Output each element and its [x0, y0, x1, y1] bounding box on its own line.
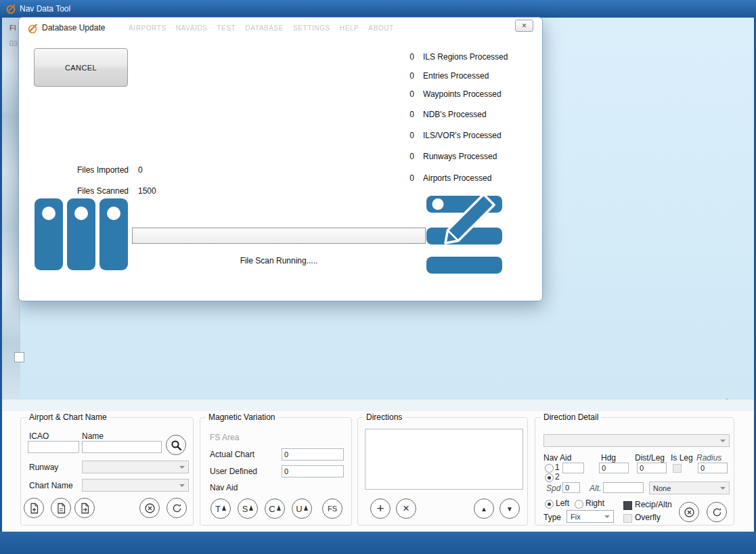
right-radio[interactable]	[575, 500, 583, 509]
radius-col-label: Radius	[696, 453, 721, 463]
group-title: Direction Detail	[541, 412, 601, 422]
stat-row: 0 ILS Regions Processed	[390, 52, 508, 62]
user-defined-input[interactable]	[282, 465, 344, 477]
fs-area-label: FS Area	[210, 433, 239, 442]
direction-selector[interactable]	[543, 434, 730, 447]
circle-x-icon	[684, 507, 695, 518]
horizontal-scrollbar[interactable]	[2, 400, 754, 411]
stat-label: Airports Processed	[423, 173, 491, 183]
navaid2-radio[interactable]	[545, 473, 554, 482]
move-up-button[interactable]: ▲	[474, 498, 494, 519]
mag-user-label: U	[296, 504, 302, 514]
app-window: Nav Data Tool × › FI 03 AIRPORTS NAVAIDS…	[0, 0, 756, 554]
stat-value: 0	[390, 152, 414, 161]
actual-chart-input[interactable]	[282, 448, 344, 461]
actual-chart-label: Actual Chart	[210, 450, 254, 459]
dist-leg-input[interactable]	[637, 463, 667, 473]
files-scanned-value: 1500	[138, 186, 156, 196]
remove-direction-button[interactable]: ×	[396, 498, 416, 519]
overfly-checkbox[interactable]	[623, 514, 632, 523]
chart-name-select[interactable]	[82, 479, 189, 492]
mag-chart-button[interactable]: C	[265, 498, 285, 519]
stat-label: Runways Processed	[423, 152, 497, 161]
delete-chart-button[interactable]	[139, 498, 160, 518]
file-stack-icon	[67, 198, 95, 270]
dialog-close-button[interactable]: ×	[515, 20, 533, 32]
radius-input[interactable]	[698, 463, 728, 473]
menu-row2-partial: 03	[9, 39, 18, 47]
stat-label: ILS Regions Processed	[423, 52, 508, 62]
recip-altn-checkbox[interactable]	[623, 501, 632, 510]
dialog-icon	[27, 23, 38, 34]
spd-input[interactable]	[562, 482, 580, 493]
mag-fs-button[interactable]: FS	[322, 498, 342, 519]
stat-label: NDB's Processed	[423, 110, 487, 119]
type-select-value: Fix	[571, 513, 581, 521]
save-chart-button[interactable]	[166, 498, 187, 518]
circle-refresh-icon	[171, 503, 183, 514]
north-arrow-icon	[222, 505, 226, 511]
cancel-button[interactable]: CANCEL	[34, 48, 128, 87]
document-export-icon	[80, 503, 90, 514]
mag-chart-label: C	[269, 504, 275, 514]
chevron-down-icon	[720, 440, 726, 442]
chevron-down-icon	[179, 484, 185, 487]
directions-list[interactable]	[365, 429, 523, 490]
runway-select[interactable]	[82, 461, 189, 473]
north-arrow-icon	[304, 505, 308, 511]
window-border-bottom	[0, 532, 756, 554]
stat-row: 0 Waypoints Processed	[390, 89, 502, 99]
group-directions: Directions + × ▲ ▼	[357, 417, 528, 526]
mag-true-button[interactable]: T	[210, 498, 231, 519]
export-chart-button[interactable]	[74, 498, 95, 518]
left-label: Left	[556, 498, 569, 508]
north-arrow-icon	[249, 505, 253, 511]
icao-input[interactable]	[28, 441, 79, 453]
file-stack-dot	[107, 207, 120, 220]
group-magnetic-variation: Magnetic Variation FS Area Actual Chart …	[200, 417, 352, 526]
navaid1-label: 1	[555, 463, 560, 472]
window-border-left	[0, 18, 2, 532]
new-chart-button[interactable]	[24, 498, 44, 518]
mag-station-button[interactable]: S	[238, 498, 258, 519]
arrow-down-icon: ▼	[506, 505, 513, 513]
alt-input[interactable]	[603, 482, 644, 493]
group-airport-chart-name: Airport & Chart Name ICAO Name Runway Ch…	[20, 417, 194, 526]
left-radio[interactable]	[545, 500, 554, 509]
move-down-button[interactable]: ▼	[499, 498, 520, 519]
name-input[interactable]	[82, 441, 162, 453]
name-label: Name	[82, 431, 104, 441]
apply-direction-detail-button[interactable]	[707, 502, 727, 522]
add-direction-button[interactable]: +	[370, 498, 391, 519]
map-left-imagery	[2, 18, 20, 400]
dist-leg-col-label: Dist/Leg	[635, 453, 665, 463]
search-icon	[171, 440, 182, 451]
nav-aid-label: Nav Aid	[210, 483, 238, 492]
hdg-input[interactable]	[599, 463, 629, 473]
mag-user-button[interactable]: U	[292, 498, 312, 519]
copy-chart-button[interactable]	[51, 498, 71, 518]
navaid-input[interactable]	[562, 463, 584, 473]
x-icon: ×	[403, 502, 409, 515]
type-select[interactable]: Fix	[566, 510, 614, 523]
stat-value: 0	[390, 173, 414, 183]
stat-value: 0	[390, 89, 414, 99]
cancel-button-label: CANCEL	[65, 64, 97, 72]
stat-row: 0 Airports Processed	[390, 173, 491, 183]
search-button[interactable]	[166, 435, 186, 455]
alt-type-select[interactable]: None	[649, 482, 730, 494]
leader-line	[19, 306, 20, 354]
hdg-col-label: Hdg	[601, 453, 616, 463]
menu-item-file-partial[interactable]: FI	[9, 24, 16, 32]
is-leg-checkbox[interactable]	[673, 464, 682, 473]
title-bar[interactable]: Nav Data Tool	[0, 0, 756, 18]
navaid1-radio[interactable]	[545, 464, 554, 473]
stat-row: 0 NDB's Processed	[390, 110, 487, 119]
map-handle-box[interactable]	[14, 352, 24, 362]
dialog-title: Database Update	[42, 23, 105, 33]
stat-label: Waypoints Processed	[423, 89, 502, 99]
database-edit-icon	[425, 190, 527, 293]
file-stack-icon	[99, 198, 128, 270]
database-update-dialog: Database Update × CANCEL 0 ILS Regions P…	[18, 17, 543, 301]
delete-direction-detail-button[interactable]	[679, 502, 699, 522]
